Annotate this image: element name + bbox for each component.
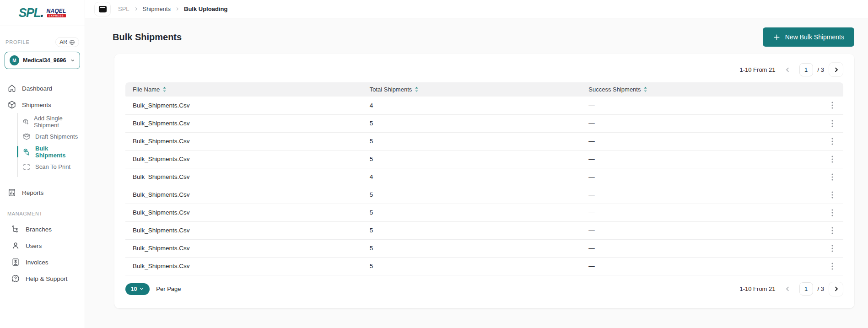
column-label: File Name [133,86,160,93]
globe-icon [69,39,75,45]
bulk-boxes-icon [22,148,31,156]
next-page-button[interactable] [829,282,843,296]
sidebar-item-shipments[interactable]: Shipments [0,97,85,113]
success-shipments-cell: — [581,221,817,239]
table-header-row: File Name Total Shipments Success Shipme… [125,82,843,97]
total-shipments-cell: 5 [362,257,582,275]
management-section-label: MANAGMENT [0,201,85,221]
column-label: Success Shipments [588,86,641,93]
chevron-down-icon [139,286,144,291]
column-header-actions [817,82,843,97]
sidebar-item-scan-to-print[interactable]: Scan To Print [18,159,85,174]
table-row: Bulk_Shipments.Csv 5 — [125,114,843,132]
file-name-cell: Bulk_Shipments.Csv [125,221,362,239]
pagination-range: 1-10 From 21 [739,285,775,292]
chevron-left-icon [784,66,791,73]
total-pages-label: / 3 [818,66,824,73]
sidebar-item-label: Help & Support [26,275,68,282]
account-name: Medical34_9696 [23,57,66,64]
spl-logo: SPL. [18,7,43,19]
sidebar-item-bulk-shipments[interactable]: Bulk Shipments [18,144,85,159]
total-shipments-cell: 5 [362,204,582,221]
table-row: Bulk_Shipments.Csv 5 — [125,239,843,257]
table-row: Bulk_Shipments.Csv 5 — [125,221,843,239]
kebab-icon [831,227,833,234]
column-header-success-shipments[interactable]: Success Shipments [581,82,817,97]
success-shipments-cell: — [581,186,817,204]
per-page-label: Per Page [156,285,181,292]
language-label: AR [59,39,67,45]
scan-frame-icon [22,163,31,171]
open-box-icon [22,133,31,141]
account-avatar: M [10,55,19,65]
current-page-box[interactable]: 1 [799,63,813,76]
row-actions-button[interactable] [829,189,836,200]
sidebar-toggle-button[interactable] [94,2,111,16]
kebab-icon [831,156,833,163]
row-actions-button[interactable] [829,225,836,236]
kebab-icon [831,245,833,252]
table-body: Bulk_Shipments.Csv 4 — Bulk_Shipments.Cs… [125,97,843,275]
current-page-box[interactable]: 1 [799,282,813,296]
file-name-cell: Bulk_Shipments.Csv [125,132,362,150]
sidebar-item-draft-shipments[interactable]: Draft Shipments [18,129,85,144]
row-actions-button[interactable] [829,243,836,254]
sidebar-item-label: Bulk Shipments [35,145,80,159]
row-actions-button[interactable] [829,118,836,129]
kebab-icon [831,102,833,109]
sort-icon [162,86,167,92]
success-shipments-cell: — [581,97,817,114]
per-page-value: 10 [131,286,137,292]
sidebar-item-label: Draft Shipments [35,133,78,140]
branches-icon [11,225,20,234]
column-label: Total Shipments [370,86,412,93]
success-shipments-cell: — [581,257,817,275]
bulk-shipments-card: 1-10 From 21 1 / 3 File Name [114,54,854,308]
row-actions-button[interactable] [829,154,836,165]
column-header-total-shipments[interactable]: Total Shipments [362,82,582,97]
sidebar-item-label: Branches [26,226,52,233]
file-name-cell: Bulk_Shipments.Csv [125,186,362,204]
report-icon [7,188,16,197]
row-actions-button[interactable] [829,261,836,272]
chevron-right-icon [134,6,139,11]
previous-page-button[interactable] [781,282,795,296]
sidebar-item-help-support[interactable]: Help & Support [0,270,85,287]
naqel-logo: NAQEL EXPRESS [47,8,66,18]
account-dropdown[interactable]: M Medical34_9696 [5,52,80,69]
next-page-button[interactable] [829,62,843,77]
sidebar-item-add-single-shipment[interactable]: Add Single Shipment [18,114,85,129]
chevron-right-icon [175,6,180,11]
sort-icon [643,86,647,92]
row-actions-button[interactable] [829,100,836,111]
language-switcher[interactable]: AR [55,37,79,47]
total-shipments-cell: 5 [362,150,582,168]
sidebar-item-label: Shipments [22,102,51,108]
new-bulk-shipments-button[interactable]: New Bulk Shipments [763,27,854,47]
sidebar-item-branches[interactable]: Branches [0,221,85,237]
sidebar-item-dashboard[interactable]: Dashboard [0,80,85,97]
total-shipments-cell: 5 [362,114,582,132]
column-header-file-name[interactable]: File Name [125,82,362,97]
kebab-icon [831,138,833,145]
previous-page-button[interactable] [781,63,795,76]
total-pages-label: / 3 [818,285,824,292]
row-actions-button[interactable] [829,207,836,218]
row-actions-button[interactable] [829,172,836,183]
sidebar-nav: Dashboard Shipments Add Single Shipment … [0,73,85,328]
breadcrumb-spl[interactable]: SPL [118,5,129,12]
sidebar-item-users[interactable]: Users [0,237,85,254]
kebab-icon [831,191,833,199]
kebab-icon [831,120,833,127]
per-page-dropdown[interactable]: 10 [125,283,150,295]
success-shipments-cell: — [581,150,817,168]
logo-row: SPL. NAQEL EXPRESS [0,0,85,26]
main-area: SPL Shipments Bulk Uploading Bulk Shipme… [85,0,868,328]
sidebar-item-invoices[interactable]: Invoices [0,254,85,270]
row-actions-button[interactable] [829,136,836,147]
breadcrumb-shipments[interactable]: Shipments [143,5,171,12]
success-shipments-cell: — [581,239,817,257]
sidebar-item-reports[interactable]: Reports [0,184,85,201]
sidebar-item-label: Reports [22,189,43,196]
table-row: Bulk_Shipments.Csv 5 — [125,257,843,275]
